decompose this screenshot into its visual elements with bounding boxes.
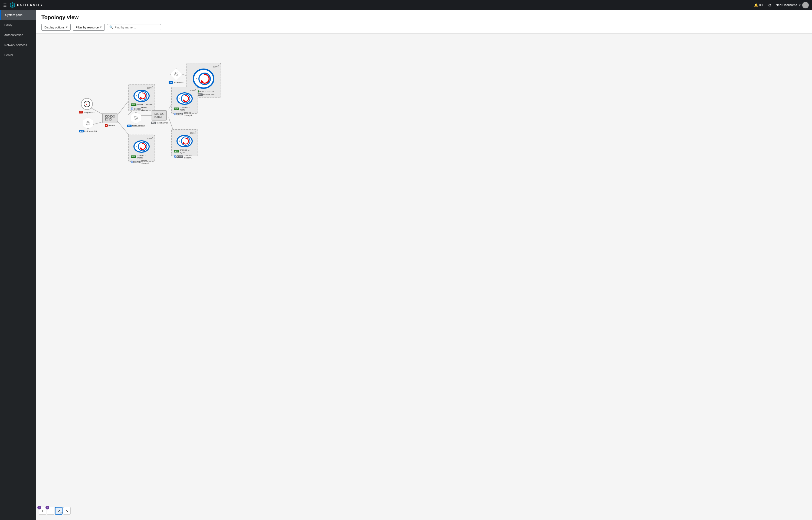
- gear-hex-icon-testevents02: [133, 115, 139, 121]
- refresh-circle-icon-xmhd8: [138, 141, 148, 152]
- search-input[interactable]: [115, 26, 156, 29]
- sidebar-item-network-services[interactable]: Network services: [0, 40, 36, 50]
- node-testevents03-label-row: AS testevents03: [79, 130, 96, 132]
- external-link-inner-icon-5zz28: ↗: [195, 77, 198, 80]
- broker-box-default: IOIO IOIOIIOI IIOI: [102, 113, 117, 123]
- channel-rkb48-ksvc: K KSVC channel-display0: [174, 111, 195, 116]
- node-broker-sb7wv-rev-name: broker-...-sb7wv: [137, 103, 152, 106]
- node-service-one-name: service-one: [203, 94, 214, 96]
- sidebar-item-authentication[interactable]: Authentication: [0, 30, 36, 40]
- node-default-label-row: B default: [105, 124, 115, 127]
- node-channel-rkb48-rev-name: channe-...-rkb48: [180, 106, 195, 111]
- toolbar: Display options ▾ Filter by resource ▾ 🔍: [41, 24, 406, 31]
- external-link-inner-icon-xmhd8: ↗: [136, 146, 138, 148]
- node-testevents02[interactable]: AS testevents02: [127, 112, 144, 127]
- broker-box-testchannel: IOIO IOIOIIOI IIOI: [151, 110, 167, 121]
- node-testevents03-name: testevents03: [84, 130, 96, 132]
- badge-as-testevents02: AS: [127, 125, 132, 127]
- broker-xmhd8-ksvc: K KSVC broker-display1: [131, 159, 152, 164]
- node-channel-display0-name: channel-display0: [184, 111, 195, 116]
- external-link-icon-5zz28: ↗: [217, 64, 220, 67]
- search-icon: 🔍: [109, 25, 113, 29]
- svg-point-17: [86, 121, 90, 125]
- svg-point-16: [87, 122, 89, 124]
- channel-kg5t9-ksvc: K KSVC channel-display1: [174, 154, 195, 159]
- node-ping-source-label-row: PS ping-source: [79, 111, 95, 113]
- badge-as-testevents: AS: [169, 81, 173, 84]
- node-default-name: default: [109, 124, 115, 127]
- node-broker-sb7wv[interactable]: 100% ↗ ↗ REV broker-...-sb7wv K KSVC bro…: [128, 84, 155, 111]
- display-options-chevron-icon: ▾: [66, 25, 68, 29]
- filter-by-resource-button[interactable]: Filter by resource ▾: [73, 24, 105, 31]
- svg-point-21: [134, 116, 138, 120]
- node-channel-rkb48[interactable]: 100% ↗ ↗ REV channe-...-rkb48 K KSVC cha…: [171, 87, 198, 114]
- badge-ksvc-kg5t9: KSVC: [176, 155, 183, 158]
- display-options-label: Display options: [45, 26, 65, 29]
- page-title: Topology view: [41, 15, 406, 21]
- svg-point-20: [135, 117, 137, 119]
- node-broker-xmhd8[interactable]: 100% ↗ ↗ REV broker-...-xmhd8 K KSVC bro…: [128, 135, 155, 162]
- sidebar-item-system-panel[interactable]: System panel: [0, 10, 36, 20]
- refresh-circle-icon-sb7wv: [138, 91, 148, 101]
- node-default-broker[interactable]: IOIO IOIOIIOI IIOI B default: [102, 113, 117, 127]
- node-ping-source[interactable]: PS ping-source: [79, 98, 95, 113]
- broker-sb7wv-ksvc: K KSVC broker-display: [131, 106, 152, 111]
- external-link-inner-icon: ↗: [136, 95, 138, 97]
- external-link-icon-xmhd8: ↗: [151, 136, 153, 139]
- badge-ksvc-rkb48: KSVC: [176, 113, 183, 115]
- gear-hex-icon: [85, 120, 91, 126]
- external-link-icon-kg5t9: ↗: [194, 131, 196, 133]
- node-ping-source-name: ping-source: [84, 111, 95, 113]
- node-channel-kg5t9[interactable]: 100% ↗ ↗ REV channe-...-kg5t9 K KSVC cha…: [171, 129, 198, 156]
- svg-point-2: [12, 4, 13, 5]
- badge-ksvc-xmhd8: KSVC: [134, 161, 140, 163]
- logo-text: PATTERNFLY: [17, 3, 43, 7]
- find-by-name-search[interactable]: 🔍: [107, 24, 161, 30]
- badge-as-testevents03: AS: [79, 130, 84, 132]
- node-testevents02-label-row: AS testevents02: [127, 125, 144, 127]
- node-testchannel[interactable]: IOIO IOIOIIOI IIOI IMC testchannel: [151, 110, 168, 124]
- node-broker-display1-name: broker-display1: [141, 159, 152, 164]
- node-testchannel-name: testchannel: [157, 122, 168, 124]
- logo-icon: [9, 2, 16, 8]
- channel-rkb48-icon: ↗: [176, 93, 193, 105]
- sidebar: System panel Policy Authentication Netwo…: [0, 10, 36, 260]
- sidebar-item-policy[interactable]: Policy: [0, 20, 36, 30]
- broker-sb7wv-rev: REV broker-...-sb7wv: [131, 103, 152, 106]
- gear-diamond-icon: [173, 71, 179, 77]
- svg-marker-23: [139, 147, 142, 149]
- testchannel-lines-icon: IOIO IOIOIIOI IIOI: [154, 112, 164, 119]
- filter-by-resource-label: Filter by resource: [76, 26, 99, 29]
- badge-rev-rkb48: REV: [174, 107, 179, 110]
- badge-ps: PS: [79, 111, 83, 113]
- channel-rkb48-rev: REV channe-...-rkb48: [174, 106, 195, 111]
- topology-canvas: PS ping-source AS testevents03 IOIO IOIO…: [36, 33, 406, 260]
- svg-marker-19: [139, 97, 142, 99]
- filter-chevron-icon: ▾: [100, 25, 102, 29]
- svg-marker-31: [183, 142, 185, 144]
- clock-icon: [83, 101, 90, 107]
- node-channel-kg5t9-rev-name: channe-...-kg5t9: [180, 149, 195, 154]
- hamburger-menu-icon[interactable]: ☰: [3, 3, 7, 7]
- sidebar-item-server[interactable]: Server: [0, 50, 36, 60]
- badge-ksvc-sb7wv: KSVC: [134, 108, 140, 110]
- svg-point-24: [175, 73, 177, 75]
- broker-lines-icon: IOIO IOIOIIOI IIOI: [105, 115, 115, 121]
- display-options-button[interactable]: Display options ▾: [41, 24, 71, 31]
- refresh-circle-icon-rkb48: [180, 94, 191, 104]
- node-broker-xmhd8-rev-name: broker-...-xmhd8: [137, 154, 152, 159]
- broker-sb7wv-icon: ↗: [134, 89, 150, 102]
- refresh-circle-icon-kg5t9: [180, 136, 191, 146]
- node-testchannel-label-row: IMC testchannel: [151, 122, 168, 124]
- logo-area: PATTERNFLY: [9, 2, 43, 8]
- page-header: Topology view Display options ▾ Filter b…: [36, 10, 406, 33]
- svg-marker-29: [183, 99, 185, 101]
- badge-rev-kg5t9: REV: [174, 150, 179, 153]
- node-testevents[interactable]: AS testevents: [169, 68, 184, 84]
- channel-kg5t9-icon: ↗: [176, 135, 193, 147]
- app-header: ☰ PATTERNFLY 🔔 000 ⚙ Ned Username ▾: [0, 0, 406, 10]
- external-link-icon-rkb48: ↗: [194, 88, 196, 91]
- node-testevents03[interactable]: AS testevents03: [79, 118, 96, 132]
- channel-kg5t9-rev: REV channe-...-kg5t9: [174, 149, 195, 154]
- external-link-icon-sb7wv: ↗: [151, 85, 153, 88]
